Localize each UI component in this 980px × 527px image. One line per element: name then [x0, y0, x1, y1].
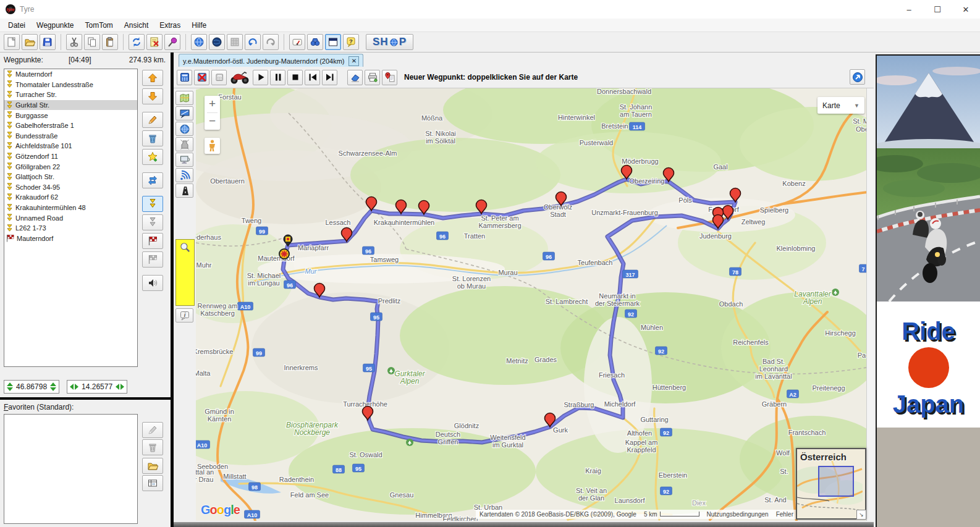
open-file-button[interactable]: [22, 34, 38, 50]
menu-datei[interactable]: Datei: [2, 20, 31, 31]
menu-extras[interactable]: Extras: [154, 20, 186, 31]
waypoint-item[interactable]: Unnamed Road: [4, 213, 137, 223]
quick-calculate-button[interactable]: [211, 70, 227, 85]
inset-viewport[interactable]: [818, 466, 854, 497]
waypoint-item[interactable]: Thomataler Landesstraße: [4, 80, 137, 90]
waypoint-item[interactable]: Burggasse: [4, 110, 137, 120]
show-notes-button[interactable]: [175, 106, 193, 120]
favorites-list[interactable]: [4, 414, 138, 524]
cut-button[interactable]: [66, 34, 82, 50]
window-layout-button[interactable]: [325, 34, 341, 50]
collapse-waypoints-button[interactable]: [142, 214, 163, 230]
map-disabled-button[interactable]: [227, 34, 243, 50]
flag-end-button[interactable]: [142, 251, 163, 268]
waypoint-item[interactable]: Gabelhoferstraße 1: [4, 120, 137, 131]
internet-globe-button[interactable]: [191, 34, 207, 50]
sound-button[interactable]: [142, 275, 163, 291]
address-card-button[interactable]: [142, 475, 163, 491]
refresh-route-button[interactable]: [129, 34, 145, 50]
waypoint-item[interactable]: Gurktal Str.: [4, 100, 137, 111]
report-error-link[interactable]: Fehler: [772, 510, 797, 519]
edit-waypoint-button[interactable]: [142, 112, 163, 128]
route-start-marker[interactable]: [279, 249, 289, 259]
menu-ansicht[interactable]: Ansicht: [119, 20, 154, 31]
show-globe-button[interactable]: [175, 122, 193, 136]
waypoints-list[interactable]: MauterndorfThomataler LandesstraßeTurrac…: [4, 69, 138, 367]
waypoint-item[interactable]: Götzendorf 11: [4, 151, 137, 162]
tab-close-icon[interactable]: ✕: [348, 56, 359, 66]
waypoint-item[interactable]: Aichfeldstraße 101: [4, 141, 137, 151]
dashboard-button[interactable]: [289, 34, 305, 50]
waypoint-item[interactable]: Mauterndorf: [4, 69, 137, 80]
pushpin-button[interactable]: [164, 34, 180, 50]
edit-favorite-button[interactable]: [142, 422, 163, 438]
copy-button[interactable]: [84, 34, 100, 50]
overview-inset-map[interactable]: Österreich ↘: [796, 448, 866, 520]
waypoint-item[interactable]: Mauterndorf: [4, 234, 137, 244]
show-device-button[interactable]: [175, 153, 193, 167]
delete-favorite-button[interactable]: [142, 439, 163, 455]
show-map-button[interactable]: [175, 91, 193, 105]
inset-collapse-icon[interactable]: ↘: [856, 510, 866, 520]
waypoint-item[interactable]: Turracher Str.: [4, 90, 137, 100]
pegman-control[interactable]: [205, 138, 220, 154]
waypoint-item[interactable]: Bundesstraße: [4, 131, 137, 141]
expand-waypoints-button[interactable]: [142, 196, 163, 212]
zoom-out-button[interactable]: −: [205, 113, 220, 130]
close-button[interactable]: ✕: [952, 0, 980, 19]
reverse-route-button[interactable]: [142, 172, 163, 188]
lat-up-down-icon[interactable]: [7, 382, 13, 391]
undo-button[interactable]: [245, 34, 261, 50]
ad-banner[interactable]: Ride Japan: [876, 54, 980, 527]
wireless-button[interactable]: [175, 168, 193, 182]
google-earth-button[interactable]: [209, 34, 225, 50]
show-poi-button[interactable]: [175, 137, 193, 151]
next-button[interactable]: [322, 70, 337, 85]
eraser-button[interactable]: [347, 70, 363, 85]
minimize-button[interactable]: –: [895, 0, 923, 19]
waypoint-item[interactable]: Gföllgraben 22: [4, 161, 137, 172]
route-tab[interactable]: y.e.Mauterndorf-östl. Judenburg-Mauternd…: [179, 54, 363, 67]
menu-hilfe[interactable]: Hilfe: [186, 20, 212, 31]
zoom-in-button[interactable]: +: [205, 96, 220, 112]
lon-left-right-icon[interactable]: [70, 384, 78, 390]
open-favorites-button[interactable]: [142, 458, 163, 474]
help-button[interactable]: ?: [343, 34, 359, 50]
waypoint-item[interactable]: Krakaudorf 62: [4, 192, 137, 203]
lon-left-right-icon[interactable]: [116, 384, 124, 390]
save-file-button[interactable]: [40, 34, 56, 50]
flag-start-button[interactable]: [142, 233, 163, 249]
longitude-spinner[interactable]: 14.26577: [67, 380, 127, 394]
move-up-button[interactable]: [142, 70, 163, 86]
lat-up-down-icon[interactable]: [50, 382, 56, 391]
map-image[interactable]: 99991149696969631792929292959595889878A1…: [196, 88, 874, 521]
print-button[interactable]: [365, 70, 380, 85]
latitude-spinner[interactable]: 46.86798: [4, 380, 59, 394]
map-type-selector[interactable]: Karte ▼: [817, 97, 864, 114]
stop-button[interactable]: [287, 70, 303, 85]
waypoint-item[interactable]: Schoder 34-95: [4, 182, 137, 193]
menu-wegpunkte[interactable]: Wegpunkte: [31, 20, 80, 31]
paste-button[interactable]: [102, 34, 118, 50]
pause-button[interactable]: [270, 70, 285, 85]
navigate-external-button[interactable]: [850, 69, 865, 85]
waypoint-item[interactable]: Glattjoch Str.: [4, 172, 137, 182]
zoom-search-pane[interactable]: [175, 239, 195, 306]
previous-button[interactable]: [305, 70, 320, 85]
export-waypoints-button[interactable]: [382, 70, 397, 85]
shop-button[interactable]: SHP: [366, 34, 413, 50]
search-binoculars-button[interactable]: [307, 34, 323, 50]
calculate-route-button[interactable]: [177, 70, 192, 85]
map-scrollbar[interactable]: [866, 88, 874, 521]
terms-link[interactable]: Nutzungsbedingungen: [703, 510, 772, 519]
maximize-button[interactable]: ☐: [923, 0, 952, 19]
new-file-button[interactable]: [4, 34, 20, 50]
play-button[interactable]: [253, 70, 268, 85]
cancel-calculation-button[interactable]: [194, 70, 209, 85]
redo-button[interactable]: [263, 34, 279, 50]
show-roadbook-button[interactable]: [175, 183, 193, 198]
delete-waypoint-button[interactable]: [142, 130, 163, 146]
move-down-button[interactable]: [142, 88, 163, 104]
info-button[interactable]: i: [175, 308, 193, 323]
map-canvas[interactable]: 99991149696969631792929292959595889878A1…: [196, 88, 874, 521]
